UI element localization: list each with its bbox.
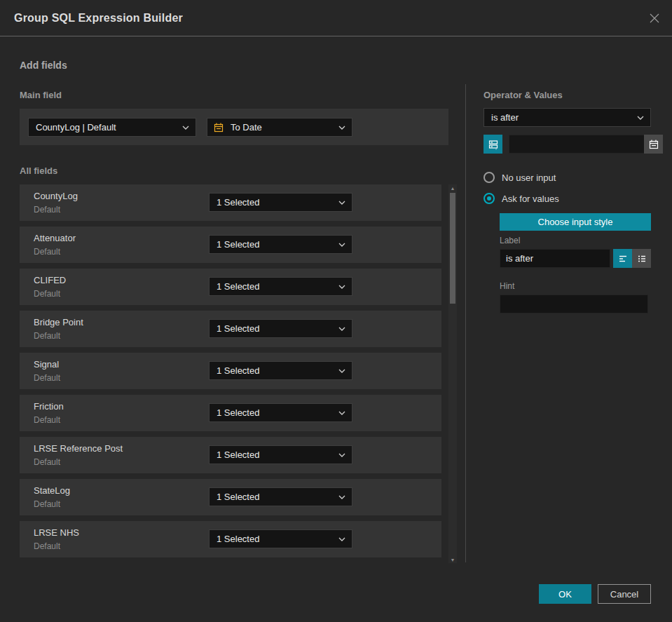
field-subtitle: Default (34, 247, 60, 257)
field-subtitle: Default (34, 415, 60, 425)
field-selection-dropdown[interactable]: 1 Selected (209, 403, 352, 422)
main-field-select-value: CountyLog | Default (36, 122, 116, 133)
radio-ask-for-values[interactable]: Ask for values (484, 193, 559, 204)
radio-label: No user input (502, 173, 556, 183)
field-subtitle: Default (34, 373, 60, 383)
all-fields-heading: All fields (20, 165, 57, 176)
spacer (502, 135, 509, 154)
field-row-clifed: CLIFED Default 1 Selected (20, 269, 441, 305)
field-selection-dropdown[interactable]: 1 Selected (209, 361, 352, 380)
scrollbar-thumb[interactable] (450, 193, 455, 304)
dropdown-value: 1 Selected (217, 365, 259, 376)
label-input-row (500, 249, 651, 268)
chevron-down-icon (338, 537, 345, 541)
cancel-button[interactable]: Cancel (598, 584, 651, 604)
close-icon[interactable] (647, 11, 662, 26)
scroll-up-arrow-icon[interactable]: ▲ (448, 184, 457, 191)
field-selection-dropdown[interactable]: 1 Selected (209, 319, 352, 338)
dialog-header: Group SQL Expression Builder (0, 0, 672, 36)
date-field-select[interactable]: To Date (207, 118, 352, 137)
label-caption: Label (500, 236, 520, 245)
chevron-down-icon (338, 126, 345, 130)
calendar-icon (213, 122, 224, 133)
value-input[interactable] (509, 135, 644, 154)
field-subtitle: Default (34, 331, 60, 341)
field-name: Signal (34, 359, 59, 370)
operator-values-heading: Operator & Values (484, 90, 563, 100)
operator-select[interactable]: is after (484, 108, 651, 127)
radio-icon-checked (484, 193, 495, 204)
chevron-down-icon (338, 285, 345, 289)
ok-button[interactable]: OK (539, 584, 591, 604)
list-scrollbar[interactable]: ▲ ▼ (448, 184, 457, 563)
field-subtitle: Default (34, 289, 60, 299)
field-selection-dropdown[interactable]: 1 Selected (209, 529, 352, 548)
dropdown-value: 1 Selected (217, 197, 259, 208)
field-selection-dropdown[interactable]: 1 Selected (209, 445, 352, 464)
field-subtitle: Default (34, 205, 60, 215)
chevron-down-icon (338, 411, 345, 415)
value-input-row (484, 135, 651, 154)
field-row-signal: Signal Default 1 Selected (20, 353, 441, 389)
field-subtitle: Default (34, 541, 60, 551)
hint-caption: Hint (500, 281, 514, 291)
dropdown-value: 1 Selected (217, 534, 259, 544)
label-input[interactable] (500, 249, 610, 268)
chevron-down-icon (338, 201, 345, 205)
field-name: LRSE NHS (34, 527, 79, 538)
dropdown-value: 1 Selected (217, 281, 259, 292)
field-row-bridge-point: Bridge Point Default 1 Selected (20, 311, 441, 347)
scroll-down-arrow-icon[interactable]: ▼ (448, 556, 457, 563)
add-fields-heading: Add fields (20, 60, 67, 71)
dropdown-value: 1 Selected (217, 323, 259, 334)
dropdown-value: 1 Selected (217, 492, 259, 502)
field-row-lrse-reference-post: LRSE Reference Post Default 1 Selected (20, 437, 441, 473)
field-name: Attenuator (34, 233, 76, 243)
field-row-countylog: CountyLog Default 1 Selected (20, 184, 441, 221)
radio-icon (484, 172, 495, 183)
main-field-select[interactable]: CountyLog | Default (28, 118, 196, 137)
chevron-down-icon (338, 327, 345, 331)
chevron-down-icon (338, 495, 345, 499)
single-line-style-button[interactable] (613, 249, 632, 268)
group-sql-expression-builder-dialog: Group SQL Expression Builder Add fields … (0, 0, 672, 622)
all-fields-list: CountyLog Default 1 Selected Attenuator … (20, 184, 441, 563)
field-name: Bridge Point (34, 317, 83, 327)
field-name: CLIFED (34, 275, 66, 285)
main-field-heading: Main field (20, 90, 62, 100)
chevron-down-icon (338, 369, 345, 373)
dialog-title: Group SQL Expression Builder (14, 0, 183, 36)
field-name: CountyLog (34, 191, 78, 201)
chevron-down-icon (637, 116, 644, 120)
chevron-down-icon (338, 243, 345, 247)
field-subtitle: Default (34, 457, 60, 467)
field-row-lrse-nhs: LRSE NHS Default 1 Selected (20, 521, 441, 557)
dropdown-value: 1 Selected (217, 449, 259, 460)
field-selection-dropdown[interactable]: 1 Selected (209, 193, 352, 212)
dropdown-value: 1 Selected (217, 239, 259, 250)
field-name: Friction (34, 401, 64, 412)
date-field-select-value: To Date (231, 122, 262, 133)
dropdown-value: 1 Selected (217, 407, 259, 418)
hint-input[interactable] (500, 295, 648, 313)
field-row-statelog: StateLog Default 1 Selected (20, 479, 441, 515)
choose-input-style-button[interactable]: Choose input style (500, 213, 651, 231)
operator-select-value: is after (491, 112, 519, 123)
radio-label: Ask for values (502, 194, 559, 204)
panel-divider (465, 84, 466, 562)
radio-no-user-input[interactable]: No user input (484, 172, 556, 183)
unique-values-button[interactable] (484, 135, 502, 154)
chevron-down-icon (338, 453, 345, 457)
list-style-button[interactable] (632, 249, 651, 268)
field-selection-dropdown[interactable]: 1 Selected (209, 235, 352, 254)
field-row-attenuator: Attenuator Default 1 Selected (20, 227, 441, 263)
field-selection-dropdown[interactable]: 1 Selected (209, 277, 352, 296)
field-subtitle: Default (34, 499, 60, 509)
field-selection-dropdown[interactable]: 1 Selected (209, 487, 352, 506)
chevron-down-icon (182, 126, 189, 130)
date-picker-button[interactable] (644, 135, 663, 154)
field-name: LRSE Reference Post (34, 443, 123, 454)
main-field-panel: CountyLog | Default To Date (20, 109, 448, 145)
field-row-friction: Friction Default 1 Selected (20, 395, 441, 431)
field-name: StateLog (34, 485, 70, 496)
